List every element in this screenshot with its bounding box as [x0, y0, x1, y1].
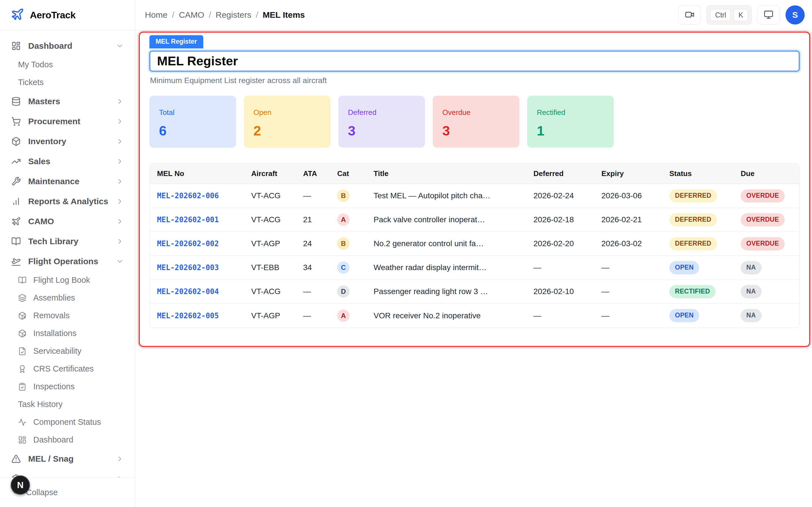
- column-header-cat: Cat: [337, 169, 373, 178]
- due-pill: OVERDUE: [741, 189, 784, 203]
- package-check-icon: [18, 329, 27, 338]
- main-content: Register MEL Register Minimum Equipment …: [135, 0, 812, 507]
- chevron-right-icon: [116, 98, 124, 105]
- cell-status: OPEN: [669, 261, 741, 274]
- cell-due: OVERDUE: [741, 213, 792, 226]
- sidebar-item-label: Task History: [18, 400, 63, 409]
- sidebar-item-inventory[interactable]: Inventory: [0, 131, 135, 151]
- book-open-icon: [11, 237, 21, 246]
- cell-ata: 34: [303, 263, 337, 272]
- topbar: AeroTrack Home / CAMO / Registers / MEL …: [0, 0, 812, 30]
- sidebar-item-my-todos[interactable]: My Todos: [0, 56, 135, 73]
- mel-no-link[interactable]: MEL-202602-006: [157, 191, 219, 200]
- column-header-title: Title: [373, 169, 534, 178]
- cell-ata: —: [303, 311, 337, 320]
- page-subtitle: Minimum Equipment List register across a…: [150, 76, 800, 85]
- sidebar-item-dashboard[interactable]: Dashboard: [0, 36, 135, 56]
- sidebar-item-procurement[interactable]: Procurement: [0, 111, 135, 131]
- brand: AeroTrack: [0, 0, 135, 30]
- cell-deferred: 2026-02-20: [534, 239, 601, 248]
- mel-no-link[interactable]: MEL-202602-005: [157, 312, 219, 320]
- screen-record-button[interactable]: [678, 5, 701, 24]
- breadcrumb: Home / CAMO / Registers / MEL Items: [135, 10, 305, 20]
- sidebar-item-task-history[interactable]: Task History: [0, 395, 135, 413]
- cell-deferred: 2026-02-10: [534, 287, 601, 296]
- cell-expiry: 2026-03-02: [601, 239, 669, 248]
- sidebar-item-assemblies[interactable]: Assemblies: [0, 289, 135, 307]
- layers-icon: [18, 294, 27, 302]
- sidebar-item-tickets[interactable]: Tickets: [0, 73, 135, 91]
- mel-no-link[interactable]: MEL-202602-004: [157, 287, 219, 296]
- cell-mel-no: MEL-202602-006: [157, 191, 251, 200]
- sidebar-item-tech-library[interactable]: Tech Library: [0, 231, 135, 251]
- breadcrumb-separator: /: [256, 10, 258, 20]
- sidebar-item-installations[interactable]: Installations: [0, 325, 135, 342]
- cat-badge: D: [337, 285, 350, 298]
- sidebar-item-removals[interactable]: Removals: [0, 307, 135, 325]
- sidebar-item-label: Dashboard: [28, 41, 72, 51]
- sidebar-item-label: Installations: [33, 329, 77, 338]
- stat-card-overdue: Overdue3: [433, 96, 519, 148]
- chevron-right-icon: [116, 237, 124, 245]
- cell-mel-no: MEL-202602-001: [157, 215, 251, 224]
- column-header-ata: ATA: [303, 169, 337, 178]
- cell-ata: 21: [303, 215, 337, 224]
- sidebar-item-sales[interactable]: Sales: [0, 151, 135, 171]
- sidebar-item-flight-operations[interactable]: Flight Operations: [0, 251, 135, 271]
- sidebar-item-flight-log-book[interactable]: Flight Log Book: [0, 271, 135, 289]
- collapse-label: Collapse: [26, 488, 58, 497]
- sidebar-item-maintenance[interactable]: Maintenance: [0, 171, 135, 191]
- cell-title: Weather radar display intermit…: [373, 263, 534, 272]
- cell-aircraft: VT-AGP: [251, 239, 303, 248]
- sidebar-item-label: Serviceability: [33, 346, 82, 356]
- sidebar-item-crs-certificates[interactable]: CRS Certificates: [0, 360, 135, 378]
- display-mode-button[interactable]: [757, 5, 780, 24]
- cell-mel-no: MEL-202602-003: [157, 263, 251, 272]
- mel-no-link[interactable]: MEL-202602-001: [157, 216, 219, 224]
- sidebar-item-label: Flight Log Book: [33, 276, 90, 285]
- stat-label: Rectified: [537, 108, 614, 117]
- stat-value: 6: [159, 123, 236, 138]
- stat-card-open: Open2: [244, 96, 331, 148]
- column-header-expiry: Expiry: [601, 169, 669, 178]
- sidebar-item-label: Inventory: [28, 136, 66, 146]
- table-row: MEL-202602-004VT-ACG—DPassenger reading …: [150, 280, 799, 304]
- cell-cat: A: [337, 309, 373, 322]
- stat-label: Overdue: [442, 108, 519, 117]
- sidebar-item-dashboard[interactable]: Dashboard: [0, 431, 135, 449]
- sidebar-item-label: Maintenance: [28, 177, 80, 186]
- sidebar-item-reports-analytics[interactable]: Reports & Analytics: [0, 191, 135, 211]
- cell-due: NA: [741, 261, 792, 274]
- mel-no-link[interactable]: MEL-202602-003: [157, 263, 219, 272]
- due-pill: OVERDUE: [741, 237, 784, 250]
- cell-cat: C: [337, 262, 373, 274]
- sidebar-item-component-status[interactable]: Component Status: [0, 413, 135, 431]
- breadcrumb-home[interactable]: Home: [145, 10, 167, 20]
- sidebar-item-inspections[interactable]: Inspections: [0, 378, 135, 395]
- cell-title: Test MEL — Autopilot pitch cha…: [373, 191, 534, 200]
- table-row: MEL-202602-005VT-AGP—AVOR receiver No.2 …: [150, 304, 799, 328]
- award-icon: [18, 365, 27, 373]
- cell-aircraft: VT-ACG: [251, 191, 303, 200]
- sidebar-item-masters[interactable]: Masters: [0, 91, 135, 111]
- sidebar-item-label: Reports & Analytics: [28, 196, 108, 206]
- dev-tools-badge[interactable]: N: [11, 475, 30, 495]
- sidebar-item-serviceability[interactable]: Serviceability: [0, 342, 135, 360]
- sidebar-item-mel-snag[interactable]: MEL / Snag: [0, 449, 135, 469]
- status-pill: DEFERRED: [669, 189, 717, 203]
- clipboard-check-icon: [18, 383, 27, 391]
- chevron-right-icon: [116, 177, 124, 185]
- breadcrumb-camo[interactable]: CAMO: [179, 10, 204, 20]
- title-input[interactable]: [149, 51, 800, 71]
- user-avatar[interactable]: S: [785, 5, 805, 24]
- table-row: MEL-202602-002VT-AGP24BNo.2 generator co…: [150, 232, 799, 256]
- sidebar-item-camo[interactable]: CAMO: [0, 211, 135, 231]
- tab-mel-register[interactable]: MEL Register: [149, 35, 203, 48]
- cell-deferred: —: [534, 263, 601, 272]
- sidebar-item-label: Tech Library: [28, 237, 79, 246]
- bar-chart-icon: [11, 196, 21, 206]
- breadcrumb-registers[interactable]: Registers: [216, 10, 252, 20]
- file-check-icon: [18, 347, 27, 355]
- mel-no-link[interactable]: MEL-202602-002: [157, 239, 219, 248]
- command-palette-shortcut[interactable]: Ctrl K: [707, 5, 752, 24]
